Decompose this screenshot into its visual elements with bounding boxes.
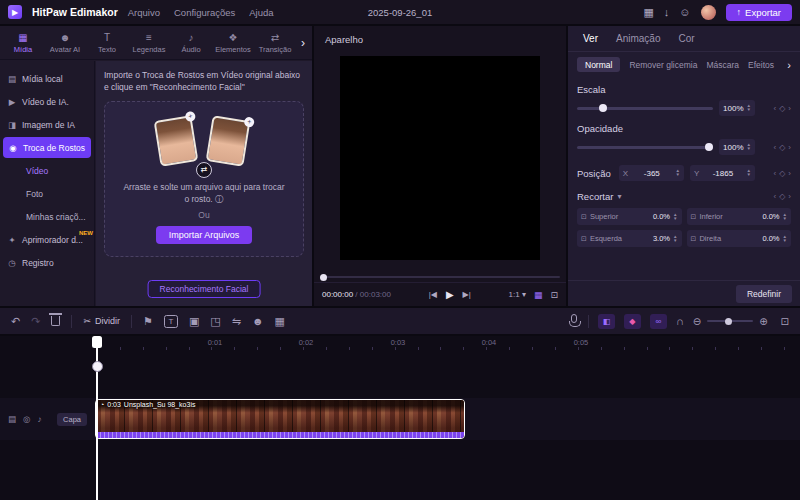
keyframe-toggle-icon[interactable]: ◧ bbox=[598, 314, 615, 329]
track-options-icon[interactable]: ▤ bbox=[8, 414, 16, 424]
zoom-out-icon[interactable]: ⊖ bbox=[693, 316, 701, 327]
mirror-icon[interactable]: ⇋ bbox=[232, 315, 241, 328]
microphone-icon[interactable] bbox=[571, 314, 577, 323]
video-clip[interactable]: ◔ 0:03 Unsplash_Su 98_ko3is bbox=[95, 399, 465, 439]
tab-animacao[interactable]: Animação bbox=[616, 33, 660, 44]
track-mute-icon[interactable]: ♪ bbox=[37, 414, 41, 424]
crop-bottom-stepper[interactable] bbox=[783, 213, 787, 221]
preview-scrubber[interactable] bbox=[320, 276, 560, 278]
keyframe-icon[interactable]: ◇ bbox=[779, 192, 785, 201]
opacity-slider-handle[interactable] bbox=[705, 143, 713, 151]
subtab-efeitos[interactable]: Efeitos bbox=[748, 60, 774, 70]
zoom-ratio-dropdown[interactable]: 1:1 ▾ bbox=[509, 290, 526, 299]
file-dropzone[interactable]: + + ⇄ Arraste e solte um arquivo aqui pa… bbox=[104, 101, 304, 257]
keyframe-prev-icon[interactable]: ‹ bbox=[774, 104, 777, 113]
zoom-in-icon[interactable]: ⊕ bbox=[759, 316, 767, 327]
menu-arquivo[interactable]: Arquivo bbox=[128, 7, 160, 18]
crop-right-stepper[interactable] bbox=[783, 235, 787, 243]
sidebar-item-troca-de-rostos[interactable]: ◉ Troca de Rostos bbox=[3, 137, 91, 158]
sidebar-subitem-foto[interactable]: Foto bbox=[0, 183, 94, 204]
keyframe-icon[interactable]: ◇ bbox=[779, 104, 785, 113]
reset-button[interactable]: Redefinir bbox=[736, 285, 792, 303]
fullscreen-icon[interactable]: ⊡ bbox=[550, 290, 558, 300]
export-button[interactable]: ↑ Exportar bbox=[726, 4, 792, 21]
menu-configuracoes[interactable]: Configurações bbox=[174, 7, 235, 18]
tab-midia[interactable]: ▦ Mídia bbox=[2, 32, 44, 54]
keyframe-prev-icon[interactable]: ‹ bbox=[774, 192, 777, 201]
tab-cor[interactable]: Cor bbox=[678, 33, 694, 44]
next-frame-icon[interactable]: ▶| bbox=[463, 290, 471, 299]
crop-left-field[interactable]: ⊡ Esquerda 3.0% bbox=[577, 230, 682, 247]
opacity-stepper[interactable] bbox=[747, 143, 751, 151]
delete-icon[interactable] bbox=[51, 316, 60, 326]
grid-icon[interactable]: ▦ bbox=[534, 290, 543, 300]
position-y-stepper[interactable] bbox=[747, 169, 751, 177]
scale-stepper[interactable] bbox=[747, 104, 751, 112]
subtab-remover[interactable]: Remover glicemia bbox=[629, 60, 697, 70]
redo-icon[interactable]: ↷ bbox=[31, 315, 40, 328]
face-recognition-button[interactable]: Reconhecimento Facial bbox=[148, 280, 261, 298]
tab-transicao[interactable]: ⇄ Transição bbox=[254, 32, 296, 54]
sidebar-item-registro[interactable]: ◷ Registro bbox=[0, 252, 94, 273]
sticker-icon[interactable]: ▦ bbox=[274, 315, 284, 328]
tab-ver[interactable]: Ver bbox=[583, 33, 598, 44]
crop-top-field[interactable]: ⊡ Superior 0.0% bbox=[577, 208, 682, 225]
import-files-button[interactable]: Importar Arquivos bbox=[156, 226, 253, 244]
scale-slider[interactable] bbox=[577, 107, 713, 110]
position-x-field[interactable]: X-365 bbox=[619, 165, 684, 181]
tab-elementos[interactable]: ❖ Elementos bbox=[212, 32, 254, 54]
tab-legendas[interactable]: ≡ Legendas bbox=[128, 32, 170, 54]
zoom-slider-handle[interactable] bbox=[725, 318, 732, 325]
scrubber-handle[interactable] bbox=[320, 274, 327, 281]
collapse-icon[interactable]: ▾ bbox=[617, 192, 621, 201]
sidebar-item-aprimorador[interactable]: ✦ Aprimorador d... NEW bbox=[0, 229, 94, 250]
scale-value-field[interactable]: 100% bbox=[719, 100, 755, 116]
crop-right-field[interactable]: ⊡ Direita 0.0% bbox=[687, 230, 792, 247]
user-avatar[interactable] bbox=[701, 5, 716, 20]
scale-slider-handle[interactable] bbox=[599, 104, 607, 112]
add-text-icon[interactable]: T bbox=[164, 315, 178, 328]
crop-left-stepper[interactable] bbox=[673, 235, 677, 243]
keyframe-next-icon[interactable]: › bbox=[788, 143, 791, 152]
keyframe-icon[interactable]: ◇ bbox=[779, 169, 785, 178]
opacity-slider[interactable] bbox=[577, 146, 713, 149]
sidebar-subitem-video[interactable]: Vídeo bbox=[0, 160, 94, 181]
subtab-mascara[interactable]: Máscara bbox=[706, 60, 739, 70]
track-label[interactable]: Capa bbox=[57, 413, 87, 426]
video-canvas[interactable] bbox=[340, 56, 540, 260]
keyframe-prev-icon[interactable]: ‹ bbox=[774, 143, 777, 152]
magnet-icon[interactable]: ∩ bbox=[676, 315, 684, 327]
subtabs-more-icon[interactable]: › bbox=[787, 59, 791, 71]
playhead[interactable] bbox=[92, 336, 102, 500]
pip-icon[interactable]: ◳ bbox=[210, 315, 220, 328]
sidebar-subitem-minhas-criacoes[interactable]: Minhas criaçõ... bbox=[0, 206, 94, 227]
tab-avatar-ai[interactable]: ☻ Avatar AI bbox=[44, 32, 86, 54]
position-x-stepper[interactable] bbox=[675, 169, 679, 177]
record-toggle-icon[interactable]: ◆ bbox=[624, 314, 641, 329]
ribbon-more-icon[interactable]: › bbox=[301, 36, 310, 50]
split-button[interactable]: ✂ Dividir bbox=[83, 316, 120, 326]
crop-top-stepper[interactable] bbox=[673, 213, 677, 221]
crop-section-header[interactable]: Recortar ▾ ‹ ◇ › bbox=[568, 191, 800, 202]
play-icon[interactable]: ▶ bbox=[446, 289, 454, 300]
keyframe-next-icon[interactable]: › bbox=[788, 192, 791, 201]
link-toggle-icon[interactable]: ∞ bbox=[650, 314, 667, 329]
sidebar-item-video-ia[interactable]: ▶ Vídeo de IA. bbox=[0, 91, 94, 112]
tab-texto[interactable]: T Texto bbox=[86, 32, 128, 54]
workspace-icon[interactable]: ▦ bbox=[643, 6, 653, 19]
previous-frame-icon[interactable]: |◀ bbox=[429, 290, 437, 299]
support-icon[interactable]: ☺ bbox=[679, 6, 690, 18]
keyframe-next-icon[interactable]: › bbox=[788, 104, 791, 113]
zoom-slider[interactable] bbox=[707, 320, 753, 322]
download-icon[interactable]: ↓ bbox=[664, 6, 670, 18]
menu-ajuda[interactable]: Ajuda bbox=[249, 7, 273, 18]
face-effect-icon[interactable]: ☻ bbox=[252, 315, 264, 327]
subtab-normal[interactable]: Normal bbox=[577, 57, 620, 72]
tab-audio[interactable]: ♪ Áudio bbox=[170, 32, 212, 54]
keyframe-prev-icon[interactable]: ‹ bbox=[774, 169, 777, 178]
fit-timeline-icon[interactable]: ⊡ bbox=[781, 316, 789, 327]
position-y-field[interactable]: Y-1865 bbox=[690, 165, 755, 181]
track-visibility-icon[interactable]: ◎ bbox=[23, 414, 30, 424]
sidebar-item-imagem-ia[interactable]: ◨ Imagem de IA bbox=[0, 114, 94, 135]
sidebar-item-midia-local[interactable]: ▤ Mídia local bbox=[0, 68, 94, 89]
